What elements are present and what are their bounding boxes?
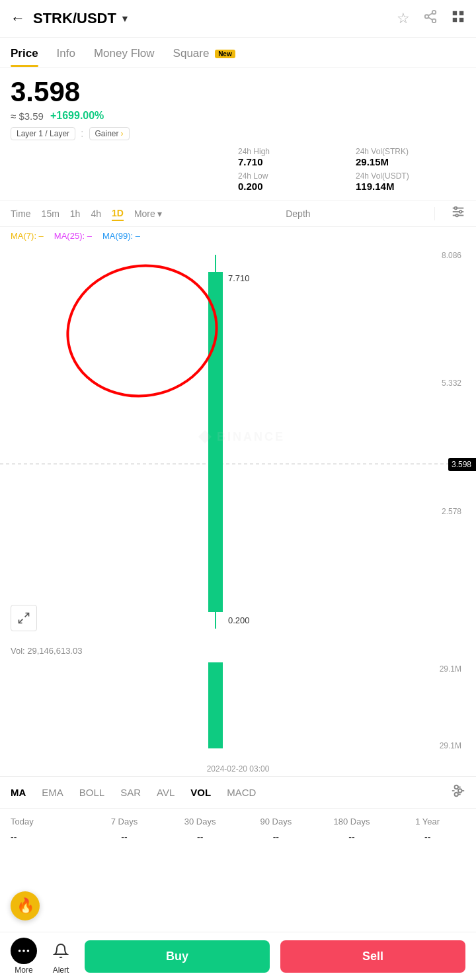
- fire-icon: 🔥: [17, 897, 34, 914]
- ma25-indicator: MA(25): –: [54, 231, 92, 241]
- low-label: 24h Low: [238, 171, 348, 181]
- svg-line-3: [428, 17, 432, 20]
- perf-values-row: -- -- -- -- -- --: [11, 832, 465, 842]
- time-option-1d[interactable]: 1D: [112, 206, 124, 221]
- volume-chart: 29.1M 29.1M: [0, 656, 476, 762]
- ind-tab-boll[interactable]: BOLL: [79, 787, 104, 798]
- perf-180d-value: --: [314, 832, 390, 842]
- svg-rect-5: [453, 11, 457, 15]
- vol-chart-svg: 29.1M 29.1M: [0, 656, 476, 762]
- time-option-15m[interactable]: 15m: [42, 207, 60, 220]
- ind-tab-sar[interactable]: SAR: [120, 787, 141, 798]
- tab-price[interactable]: Price: [11, 38, 38, 67]
- svg-rect-15: [0, 245, 476, 642]
- svg-text:BINANCE: BINANCE: [217, 430, 285, 443]
- expand-chart-button[interactable]: [11, 605, 37, 631]
- high-stat: [11, 147, 238, 192]
- svg-rect-8: [459, 18, 463, 22]
- perf-7d-value: --: [87, 832, 163, 842]
- svg-rect-31: [0, 656, 476, 762]
- usd-price: ≈ $3.59: [11, 111, 44, 122]
- indicator-settings-icon[interactable]: [451, 783, 465, 801]
- more-label: More: [15, 965, 32, 975]
- perf-1y-value: --: [389, 832, 465, 842]
- svg-point-36: [455, 785, 459, 789]
- trading-pair-title[interactable]: STRK/USDT ▼: [33, 10, 130, 27]
- svg-text:29.1M: 29.1M: [440, 741, 461, 750]
- price-section: 3.598 ≈ $3.59 +1699.00% Layer 1 / Layer …: [0, 67, 476, 147]
- svg-line-30: [19, 619, 23, 623]
- performance-table: Today 7 Days 30 Days 90 Days 180 Days 1 …: [0, 809, 476, 850]
- time-option-4h[interactable]: 4h: [91, 207, 101, 220]
- perf-header-today: Today: [11, 817, 87, 826]
- tab-square[interactable]: Square New: [173, 38, 235, 67]
- depth-button[interactable]: Depth: [286, 208, 310, 219]
- stat-24h-high: 24h High 7.710: [238, 147, 348, 167]
- back-button[interactable]: ←: [11, 10, 25, 27]
- svg-point-13: [459, 210, 462, 213]
- ind-tab-avl[interactable]: AVL: [157, 787, 175, 798]
- ind-tab-vol[interactable]: VOL: [190, 787, 211, 798]
- stat-vol-strk: 24h Vol(STRK) 29.15M: [356, 147, 465, 167]
- alert-button[interactable]: Alert: [48, 938, 74, 975]
- price-change: +1699.00%: [50, 110, 104, 122]
- svg-text:2.578: 2.578: [442, 507, 461, 516]
- svg-line-4: [428, 13, 432, 16]
- perf-30d-value: --: [162, 832, 238, 842]
- price-tags: Layer 1 / Layer : Gainer ›: [11, 127, 465, 140]
- perf-header-1y: 1 Year: [389, 817, 465, 826]
- svg-point-35: [458, 789, 462, 793]
- time-option-time[interactable]: Time: [11, 207, 31, 220]
- ind-tab-macd[interactable]: MACD: [227, 787, 256, 798]
- layer-tag[interactable]: Layer 1 / Layer: [11, 127, 75, 140]
- svg-text:5.332: 5.332: [442, 379, 461, 388]
- chart-controls: Time 15m 1h 4h 1D More ▾ Depth: [0, 200, 476, 227]
- gainer-tag[interactable]: Gainer ›: [89, 127, 130, 140]
- indicator-tabs: MA EMA BOLL SAR AVL VOL MACD: [0, 776, 476, 809]
- date-label: 2024-02-20 03:00: [0, 762, 476, 776]
- tab-info[interactable]: Info: [57, 38, 75, 67]
- new-badge: New: [215, 50, 235, 58]
- svg-point-0: [432, 11, 436, 15]
- stat-vol-usdt: 24h Vol(USDT) 119.14M: [356, 171, 465, 192]
- star-icon[interactable]: ☆: [397, 10, 410, 27]
- perf-header-30d: 30 Days: [162, 817, 238, 826]
- ind-tab-ema[interactable]: EMA: [42, 787, 63, 798]
- svg-point-14: [456, 214, 458, 217]
- tab-money-flow[interactable]: Money Flow: [94, 38, 155, 67]
- perf-header-row: Today 7 Days 30 Days 90 Days 180 Days 1 …: [11, 817, 465, 826]
- volume-label: Vol: 29,146,613.03: [11, 646, 82, 656]
- chart-svg: 8.086 5.332 2.578 7.710 0.200 3.598 BINA: [0, 245, 476, 642]
- perf-header-7d: 7 Days: [87, 817, 163, 826]
- pair-dropdown-arrow[interactable]: ▼: [120, 13, 130, 24]
- svg-text:0.200: 0.200: [228, 615, 250, 625]
- time-option-1h[interactable]: 1h: [70, 207, 81, 220]
- grid-icon[interactable]: [451, 9, 465, 28]
- svg-point-1: [425, 15, 429, 19]
- ma99-indicator: MA(99): –: [102, 231, 140, 241]
- vol-strk-value: 29.15M: [356, 156, 465, 167]
- price-usd-row: ≈ $3.59 +1699.00%: [11, 110, 465, 122]
- svg-point-38: [19, 950, 21, 952]
- svg-text:3.598: 3.598: [452, 460, 471, 469]
- svg-point-37: [455, 793, 459, 797]
- high-value: 7.710: [238, 156, 348, 167]
- sell-button[interactable]: Sell: [280, 940, 465, 973]
- more-button[interactable]: More: [11, 938, 37, 975]
- perf-90d-value: --: [238, 832, 314, 842]
- divider: [434, 207, 435, 220]
- share-icon[interactable]: [423, 9, 438, 28]
- time-more-dropdown[interactable]: More ▾: [134, 208, 162, 219]
- fire-floating-button[interactable]: 🔥: [11, 891, 40, 920]
- alert-label: Alert: [53, 965, 69, 975]
- buy-button[interactable]: Buy: [85, 940, 270, 973]
- main-chart[interactable]: 8.086 5.332 2.578 7.710 0.200 3.598 BINA: [0, 245, 476, 642]
- stats-right: 24h High 7.710 24h Vol(STRK) 29.15M 24h …: [238, 147, 465, 192]
- ind-tab-ma[interactable]: MA: [11, 787, 26, 798]
- volume-section: Vol: 29,146,613.03: [0, 642, 476, 656]
- stat-24h-low: 24h Low 0.200: [238, 171, 348, 192]
- low-value: 0.200: [238, 181, 348, 192]
- svg-point-12: [455, 207, 457, 210]
- vol-usdt-label: 24h Vol(USDT): [356, 171, 465, 181]
- chart-settings-icon[interactable]: [451, 204, 465, 222]
